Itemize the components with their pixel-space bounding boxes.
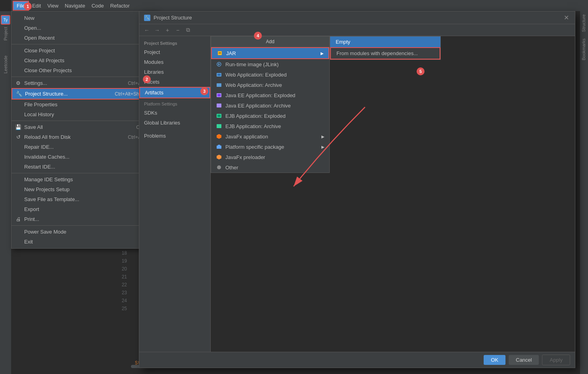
toolbar-add-button[interactable]: +: [163, 26, 172, 35]
nav-item-artifacts[interactable]: Artifacts: [139, 87, 210, 98]
menu-item-close-other[interactable]: Close Other Projects: [12, 65, 158, 75]
jar-item-from-modules[interactable]: From modules with dependencies...: [330, 47, 440, 59]
sidebar-icon-ty[interactable]: Ty: [1, 15, 10, 25]
sidebar-label-leetcode[interactable]: Leetcode: [2, 54, 9, 75]
svg-rect-10: [217, 104, 221, 107]
menu-item-exit[interactable]: Exit: [12, 237, 158, 247]
menu-refactor[interactable]: Refactor: [107, 2, 133, 10]
line-21: 21: [116, 273, 130, 281]
artifact-item-ejb-archive[interactable]: EJB Application: Archive: [211, 121, 329, 131]
artifact-item-javafx-preloader[interactable]: JavaFx preloader: [211, 152, 329, 162]
apply-button[interactable]: Apply: [542, 355, 570, 365]
svg-rect-13: [217, 124, 221, 128]
runtime-icon: [216, 61, 222, 67]
line-22: 22: [116, 281, 130, 289]
menu-item-reload[interactable]: ↺ Reload All from Disk Ctrl+Alt+Y: [12, 132, 158, 142]
svg-rect-15: [217, 146, 221, 149]
nav-item-global-libraries[interactable]: Global Libraries: [139, 118, 210, 128]
javafx-preloader-label: JavaFx preloader: [225, 154, 265, 160]
line-25: 25: [116, 305, 130, 313]
annotation-5: 5: [417, 67, 425, 75]
open-icon: [15, 25, 22, 32]
jar-label: JAR: [226, 50, 236, 56]
sidebar-label-bookmarks[interactable]: Bookmarks: [580, 35, 587, 63]
cancel-button[interactable]: Cancel: [509, 355, 539, 365]
menu-item-file-properties[interactable]: File Properties ▶: [12, 100, 158, 109]
sidebar-label-structure[interactable]: Structure: [580, 11, 587, 35]
javaee-exploded-icon: [216, 92, 222, 98]
line-23: 23: [116, 289, 130, 297]
menu-item-settings[interactable]: ⚙ Settings... Ctrl+Alt+S: [12, 78, 158, 88]
menu-item-repair[interactable]: Repair IDE...: [12, 142, 158, 152]
dialog-close-button[interactable]: ✕: [562, 14, 570, 22]
artifact-item-platform-package[interactable]: Platform specific package ▶: [211, 142, 329, 152]
ejb-archive-icon: [216, 123, 222, 129]
file-properties-icon: [15, 101, 22, 108]
artifact-item-webapp-archive[interactable]: Web Application: Archive: [211, 80, 329, 90]
menu-item-new-projects-setup[interactable]: New Projects Setup ▶: [12, 184, 158, 194]
right-sidebar: Structure Bookmarks: [580, 11, 588, 374]
toolbar-back-button[interactable]: ←: [142, 26, 151, 35]
menu-item-power-save[interactable]: Power Save Mode: [12, 227, 158, 237]
menu-item-export[interactable]: Export ▶: [12, 204, 158, 214]
javafx-icon: [216, 133, 222, 140]
separator-2: [12, 77, 158, 77]
svg-marker-14: [217, 134, 221, 139]
menu-item-close-all[interactable]: Close All Projects: [12, 56, 158, 65]
file-menu-dropdown: New ▶ Open... Open Recent ▶ Close Projec…: [11, 11, 158, 249]
nav-item-sdks[interactable]: SDKs: [139, 108, 210, 118]
menu-item-save-template[interactable]: Save File as Template...: [12, 194, 158, 204]
print-icon: 🖨: [15, 216, 22, 223]
artifact-item-webapp-exploded[interactable]: Web Application: Exploded: [211, 69, 329, 80]
runtime-label: Run-time image (JLink): [225, 61, 279, 67]
dialog-toolbar: ← → + − ⧉: [139, 24, 575, 36]
nav-item-modules[interactable]: Modules: [139, 57, 210, 67]
annotation-4: 4: [254, 32, 262, 40]
menu-item-open[interactable]: Open...: [12, 23, 158, 33]
nav-item-libraries[interactable]: Libraries: [139, 67, 210, 77]
project-structure-dialog: 🔧 Project Structure ✕ ← → + − ⧉ Project …: [139, 11, 575, 368]
dialog-left-nav: Project Settings Project Modules Librari…: [139, 36, 211, 352]
menu-item-save-all[interactable]: 💾 Save All Ctrl+S: [12, 122, 158, 132]
svg-rect-6: [217, 74, 221, 76]
artifact-item-javaee-exploded[interactable]: Java EE Application: Exploded: [211, 90, 329, 100]
open-recent-icon: [15, 35, 22, 42]
nav-item-problems[interactable]: Problems: [139, 131, 210, 141]
local-history-icon: [15, 111, 22, 118]
svg-point-18: [217, 165, 221, 169]
menu-code[interactable]: Code: [88, 2, 107, 10]
menu-item-local-history[interactable]: Local History ▶: [12, 109, 158, 119]
nav-item-project[interactable]: Project: [139, 47, 210, 57]
artifact-item-ejb-exploded[interactable]: EJB Application: Exploded: [211, 111, 329, 121]
webapp-exploded-icon: [216, 71, 222, 78]
menu-item-manage-ide[interactable]: Manage IDE Settings ▶: [12, 175, 158, 184]
dialog-title: Project Structure: [154, 15, 562, 21]
artifact-item-javafx[interactable]: JavaFx application ▶: [211, 131, 329, 142]
separator-3: [12, 121, 158, 121]
jar-item-empty[interactable]: Empty: [330, 36, 440, 47]
javafx-preloader-icon: [216, 154, 222, 160]
menu-item-new[interactable]: New ▶: [12, 13, 158, 23]
project-structure-icon: 🔧: [15, 90, 23, 98]
toolbar-forward-button[interactable]: →: [153, 26, 161, 35]
artifact-item-runtime[interactable]: Run-time image (JLink): [211, 59, 329, 69]
sidebar-label-project[interactable]: Project: [2, 25, 9, 42]
toolbar-remove-button[interactable]: −: [173, 26, 182, 35]
artifact-item-javaee-archive[interactable]: Java EE Application: Archive: [211, 100, 329, 111]
menu-item-print[interactable]: 🖨 Print...: [12, 214, 158, 224]
dialog-footer: OK Cancel Apply: [139, 352, 575, 368]
menu-item-invalidate[interactable]: Invalidate Caches...: [12, 152, 158, 162]
menu-item-close-project[interactable]: Close Project: [12, 46, 158, 56]
toolbar-copy-button[interactable]: ⧉: [184, 26, 192, 35]
menu-bar: File Edit View Navigate Code Refactor: [11, 0, 588, 11]
menu-item-restart[interactable]: Restart IDE...: [12, 162, 158, 172]
artifacts-add-panel: Add JAR ▶ Run-time image (JLink) Web App…: [211, 36, 330, 173]
artifact-item-jar[interactable]: JAR ▶: [211, 47, 329, 59]
menu-navigate[interactable]: Navigate: [61, 2, 88, 10]
ok-button[interactable]: OK: [484, 355, 505, 365]
menu-item-open-recent[interactable]: Open Recent ▶: [12, 33, 158, 43]
ejb-exploded-icon: [216, 113, 222, 119]
artifact-item-other[interactable]: Other: [211, 162, 329, 173]
menu-view[interactable]: View: [44, 2, 61, 10]
menu-item-project-structure[interactable]: 🔧 Project Structure... Ctrl+Alt+Shift+S: [12, 88, 158, 100]
